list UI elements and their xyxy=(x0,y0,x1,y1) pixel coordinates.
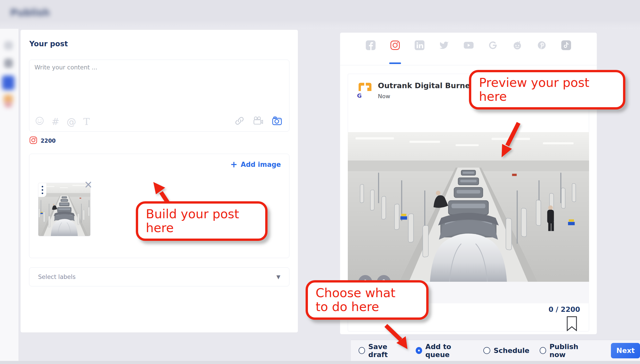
active-tab-indicator xyxy=(389,62,401,64)
tab-facebook-icon[interactable] xyxy=(366,40,376,50)
radio-icon[interactable] xyxy=(416,347,422,354)
post-time: Now xyxy=(378,93,390,99)
radio-icon[interactable] xyxy=(483,347,490,354)
tab-instagram-icon[interactable] xyxy=(390,40,400,50)
emoji-icon[interactable] xyxy=(35,116,44,127)
add-image-button[interactable]: + Add image xyxy=(230,161,281,168)
char-counter: 0 / 2200 xyxy=(548,305,580,313)
option-schedule[interactable]: Schedule xyxy=(483,347,529,354)
network-tabs xyxy=(340,40,597,50)
post-content-input[interactable] xyxy=(34,63,282,111)
composer-card: Your post # @ T xyxy=(21,30,298,332)
composer-title: Your post xyxy=(29,40,68,48)
mention-icon[interactable]: @ xyxy=(67,117,76,127)
bookmark-icon xyxy=(566,316,577,332)
tab-tiktok-icon[interactable] xyxy=(561,40,571,50)
tab-linkedin-icon[interactable] xyxy=(415,40,424,50)
account-avatar: G xyxy=(357,81,373,98)
side-nav xyxy=(0,29,19,364)
callout-choose-what-to-do: Choose what to do here xyxy=(306,280,429,320)
video-icon[interactable] xyxy=(253,116,263,127)
sidebar-item-icon xyxy=(5,102,12,107)
divider xyxy=(340,65,597,65)
tab-pinterest-icon[interactable] xyxy=(537,40,547,50)
publish-action-bar: Save draft Add to queue Schedule Publish… xyxy=(351,340,640,361)
callout-build-your-post: Build your post here xyxy=(136,201,268,241)
radio-icon[interactable] xyxy=(540,347,546,354)
next-button[interactable]: Next xyxy=(611,343,640,358)
drag-handle-icon[interactable] xyxy=(38,183,46,197)
account-name: Outrank Digital Burner xyxy=(378,81,474,90)
option-add-to-queue[interactable]: Add to queue xyxy=(416,343,473,359)
link-icon[interactable] xyxy=(235,116,244,127)
page-title: Publish xyxy=(10,7,50,18)
app-header: Publish xyxy=(0,0,640,29)
svg-text:G: G xyxy=(357,93,362,98)
close-icon[interactable]: × xyxy=(84,179,93,189)
camera-icon[interactable] xyxy=(272,116,282,127)
option-publish-now[interactable]: Publish now xyxy=(540,343,592,359)
content-editor[interactable]: # @ T xyxy=(29,60,289,132)
tab-reddit-icon[interactable] xyxy=(512,40,522,50)
page-bottom-margin xyxy=(0,361,640,364)
option-save-draft[interactable]: Save draft xyxy=(359,343,405,359)
chevron-down-icon: ▼ xyxy=(277,274,280,280)
post-image xyxy=(348,132,589,282)
tab-twitter-icon[interactable] xyxy=(439,40,449,50)
sidebar-item-icon[interactable] xyxy=(4,41,13,50)
plus-icon: + xyxy=(230,161,237,168)
tab-youtube-icon[interactable] xyxy=(464,40,473,50)
tab-google-icon[interactable] xyxy=(488,40,498,50)
sidebar-item-icon[interactable] xyxy=(4,59,13,68)
sidebar-item-publish-icon[interactable] xyxy=(2,76,14,90)
char-limit-value: 2200 xyxy=(41,138,56,144)
factory-photo xyxy=(348,132,589,282)
callout-preview-your-post: Preview your post here xyxy=(469,70,625,110)
hashtag-icon[interactable]: # xyxy=(51,117,59,127)
instagram-icon xyxy=(29,136,37,145)
image-thumbnail[interactable]: × xyxy=(38,183,90,236)
text-format-icon[interactable]: T xyxy=(83,117,90,127)
radio-icon[interactable] xyxy=(359,347,365,354)
char-limit-row: 2200 xyxy=(29,136,56,145)
labels-select[interactable]: Select labels ▼ xyxy=(29,267,289,286)
